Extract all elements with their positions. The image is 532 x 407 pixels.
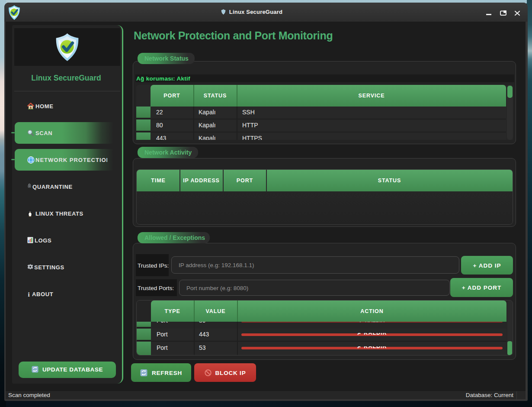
svg-text:i: i xyxy=(28,291,30,298)
